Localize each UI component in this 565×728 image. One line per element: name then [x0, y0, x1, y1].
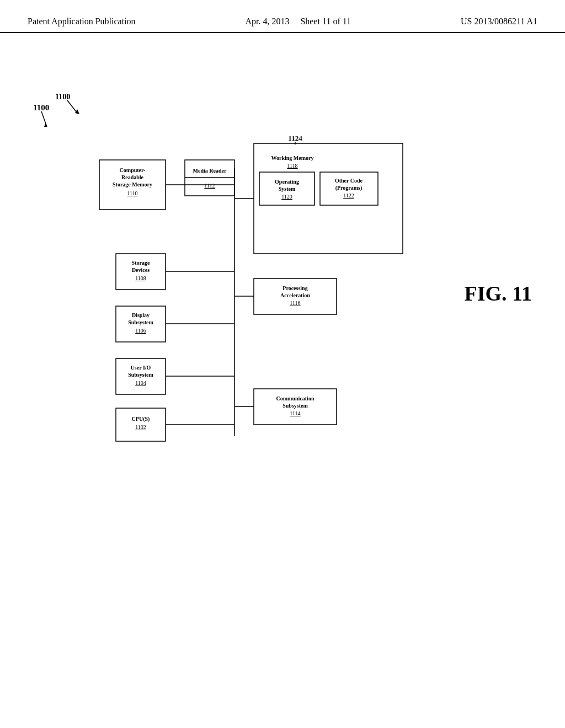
page-content: 1100 FIG. 11 1100 CPU(S) 1102 User I/O S…	[0, 33, 565, 717]
media-reader-ref: 1112	[204, 183, 215, 189]
other-code-label1: Other Code	[335, 178, 363, 184]
header-right: US 2013/0086211 A1	[461, 17, 537, 26]
outer-box-ref: 1124	[288, 134, 302, 142]
sheet-info: Sheet 11 of 11	[300, 17, 351, 26]
operating-system-ref: 1120	[281, 194, 292, 200]
display-label1: Display	[132, 312, 150, 318]
user-io-ref: 1104	[135, 380, 146, 386]
processing-accel-label2: Acceleration	[280, 292, 310, 298]
publication-title: Patent Application Publication	[28, 17, 136, 26]
diagram-svg: 1100 CPU(S) 1102 User I/O Subsystem 1104…	[44, 83, 497, 513]
page-header: Patent Application Publication Apr. 4, 2…	[0, 0, 565, 33]
communication-label2: Subsystem	[282, 403, 308, 409]
communication-ref: 1114	[290, 410, 300, 416]
storage-devices-ref: 1108	[135, 275, 146, 281]
publication-date: Apr. 4, 2013	[245, 17, 289, 26]
cpu-ref: 1102	[135, 424, 146, 430]
display-label2: Subsystem	[128, 319, 153, 325]
other-code-ref: 1122	[343, 192, 354, 199]
operating-system-label1: Operating	[275, 179, 299, 185]
computer-readable-label3: Storage Memory	[113, 181, 152, 188]
storage-devices-label2: Devices	[132, 267, 150, 273]
patent-number: US 2013/0086211 A1	[461, 17, 537, 26]
storage-devices-label1: Storage	[132, 260, 150, 266]
other-code-label2: (Programs)	[335, 185, 363, 191]
computer-readable-label2: Readable	[121, 174, 144, 180]
computer-readable-ref: 1110	[127, 190, 137, 196]
cpu-label: CPU(S)	[132, 416, 150, 422]
working-memory-ref: 1118	[287, 163, 297, 169]
display-ref: 1106	[135, 328, 146, 334]
header-left: Patent Application Publication	[28, 17, 136, 26]
media-reader-label1: Media Reader	[193, 168, 227, 174]
header-center: Apr. 4, 2013 Sheet 11 of 11	[245, 17, 351, 26]
computer-readable-label1: Computer-	[120, 167, 146, 173]
user-io-label1: User I/O	[131, 365, 151, 371]
ref-1100-line	[67, 100, 77, 113]
user-io-label2: Subsystem	[128, 372, 153, 378]
communication-label1: Communication	[276, 395, 315, 402]
processing-accel-ref: 1116	[290, 300, 300, 306]
operating-system-label2: System	[279, 186, 296, 192]
processing-accel-label1: Processing	[282, 285, 307, 291]
ref-1100-text: 1100	[55, 93, 70, 101]
working-memory-label: Working Memory	[271, 155, 314, 161]
